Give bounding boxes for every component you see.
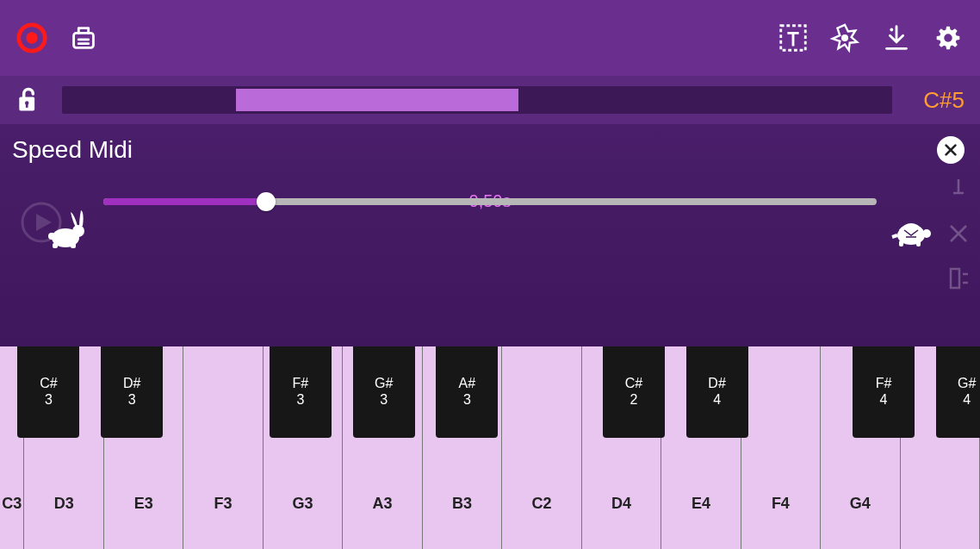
- black-key-note: F#: [876, 376, 892, 391]
- split-icon[interactable]: [946, 265, 971, 291]
- close-icon: [943, 142, 958, 158]
- black-key[interactable]: C#3: [17, 346, 79, 438]
- slider-fill: [103, 198, 266, 205]
- rabbit-icon: [47, 207, 90, 250]
- white-key-label: G3: [293, 495, 313, 513]
- download-icon[interactable]: [880, 22, 913, 54]
- white-key-label: G4: [850, 495, 871, 513]
- keyboard-range-slider[interactable]: [62, 86, 892, 114]
- black-key-note: C#: [625, 376, 642, 391]
- white-key-label: F4: [772, 495, 790, 513]
- current-note-label: C#5: [913, 87, 964, 114]
- svg-point-5: [890, 28, 893, 32]
- turtle-icon: [890, 210, 933, 253]
- white-key[interactable]: F4: [741, 346, 821, 549]
- white-key-label: D3: [54, 495, 74, 513]
- slider-track: [103, 198, 877, 205]
- white-key-label: E3: [134, 495, 153, 513]
- white-key-label: A3: [373, 495, 393, 513]
- black-key-note: A#: [459, 376, 476, 391]
- svg-point-16: [48, 233, 55, 240]
- marker-icon[interactable]: [946, 176, 971, 202]
- svg-point-6: [944, 34, 952, 42]
- speed-slider[interactable]: [103, 198, 877, 205]
- text-tool-icon[interactable]: [777, 22, 809, 54]
- black-key[interactable]: F#3: [270, 346, 332, 438]
- settings-icon[interactable]: [932, 22, 964, 54]
- speed-midi-dialog: Speed Midi 0,50s: [0, 124, 980, 346]
- black-key-note: F#: [293, 376, 309, 391]
- white-key[interactable]: F3: [183, 346, 263, 549]
- svg-rect-20: [916, 240, 921, 246]
- keyboard-range-fill: [236, 89, 518, 111]
- top-toolbar: [0, 0, 980, 76]
- white-key[interactable]: C2: [502, 346, 581, 549]
- black-key-note: D#: [708, 376, 725, 391]
- black-key[interactable]: D#4: [686, 346, 748, 438]
- white-key-label: C2: [531, 495, 551, 513]
- black-key-octave: 3: [296, 392, 304, 408]
- black-key[interactable]: F#4: [853, 346, 915, 438]
- svg-rect-19: [899, 240, 903, 246]
- black-key-octave: 3: [128, 392, 136, 408]
- black-key-note: G#: [958, 376, 976, 391]
- black-key-note: D#: [123, 376, 140, 391]
- black-key[interactable]: C#2: [603, 346, 665, 438]
- effects-icon[interactable]: [828, 22, 861, 54]
- svg-point-13: [72, 225, 84, 237]
- svg-rect-15: [71, 243, 76, 248]
- svg-rect-9: [26, 103, 28, 108]
- piano-keyboard: C3D3E3F3G3A3B3C2D4E4F4G4C#3D#3F#3G#3A#3C…: [0, 346, 980, 549]
- white-key-label: C3: [2, 495, 22, 513]
- black-key-octave: 3: [463, 392, 471, 408]
- white-key-label: F3: [214, 495, 233, 513]
- black-key-octave: 4: [963, 392, 971, 408]
- dialog-title: Speed Midi: [0, 124, 980, 164]
- black-key-octave: 3: [45, 392, 53, 408]
- black-key-note: G#: [375, 376, 393, 391]
- svg-point-4: [842, 35, 847, 41]
- svg-rect-11: [951, 269, 959, 288]
- black-key-octave: 4: [880, 392, 888, 408]
- black-key[interactable]: A#3: [436, 346, 498, 438]
- black-key[interactable]: G#3: [353, 346, 415, 438]
- black-key[interactable]: G#4: [936, 346, 980, 438]
- midi-device-icon[interactable]: [67, 22, 100, 54]
- close-button[interactable]: [937, 136, 964, 164]
- black-key-octave: 4: [713, 392, 721, 408]
- slider-thumb[interactable]: [257, 192, 276, 211]
- black-key-octave: 3: [380, 392, 388, 408]
- black-key-note: C#: [40, 376, 57, 391]
- note-range-bar: C#5: [0, 76, 980, 124]
- side-controls: [946, 176, 971, 291]
- black-key-octave: 2: [630, 392, 637, 408]
- white-key-label: B3: [452, 495, 472, 513]
- mute-icon[interactable]: [946, 221, 971, 246]
- svg-point-1: [26, 32, 37, 43]
- unlock-icon[interactable]: [16, 86, 41, 114]
- white-key-label: D4: [611, 495, 631, 513]
- white-key-label: E4: [692, 495, 710, 513]
- black-key[interactable]: D#3: [101, 346, 163, 438]
- record-button[interactable]: [16, 22, 48, 54]
- svg-point-18: [922, 229, 931, 238]
- svg-rect-14: [53, 243, 58, 248]
